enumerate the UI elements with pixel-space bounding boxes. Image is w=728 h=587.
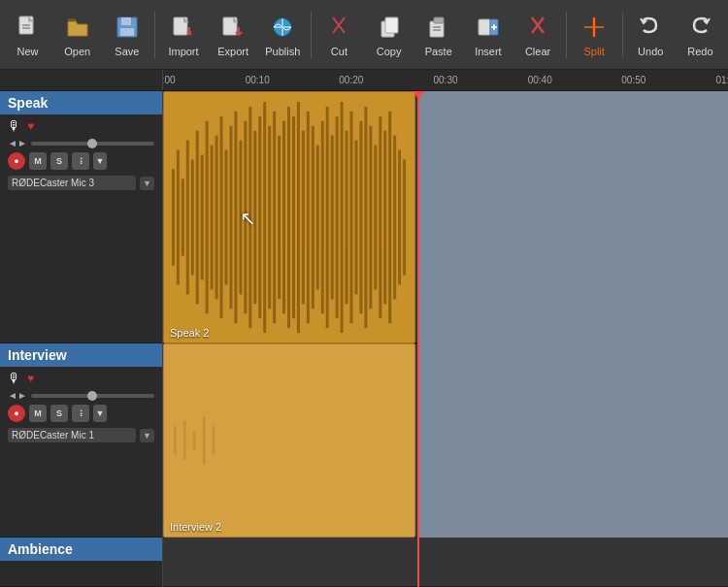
mute-button-speak[interactable]: M [29,152,47,170]
svg-rect-79 [203,416,206,465]
clear-label: Clear [525,46,550,57]
eq-button-interview[interactable]: ⫶ [72,405,89,422]
separator-2 [311,12,312,58]
clip-interview[interactable]: Interview 2 [163,343,415,538]
volume-slider-speak[interactable] [31,142,154,146]
dropdown-interview[interactable]: ▼ [93,405,107,422]
paste-button[interactable]: Paste [414,4,462,66]
cut-label: Cut [331,46,347,57]
svg-rect-30 [191,159,194,275]
export-label: Export [217,46,248,57]
svg-rect-59 [331,136,334,300]
svg-rect-43 [253,131,256,305]
timeline-track-speak[interactable]: ↖ Speak 2 [163,91,728,343]
svg-rect-44 [258,116,261,318]
svg-rect-45 [263,102,266,333]
svg-rect-80 [213,426,215,455]
clip-speak[interactable]: ↖ Speak 2 [163,91,415,343]
time-ruler: 00:00 00:10 00:20 00:30 00:40 00:50 01:0… [163,70,728,90]
track-label-interview: Interview 🎙 ♥ ◄► ● M S ⫶ ▼ [0,343,162,538]
clip-label-speak: Speak 2 [170,327,209,339]
svg-rect-64 [354,141,357,295]
import-button[interactable]: Import [159,4,207,66]
time-mark-4: 00:40 [528,75,552,85]
time-mark-1: 00:10 [246,75,270,85]
svg-rect-29 [186,141,189,295]
heart-icon-interview: ♥ [27,372,34,385]
svg-rect-53 [302,131,305,305]
undo-button[interactable]: Undo [627,4,675,66]
svg-rect-75 [164,344,414,537]
svg-rect-70 [383,131,386,305]
svg-rect-39 [234,112,237,323]
mic-icon-interview: 🎙 [8,371,21,386]
svg-rect-76 [174,426,177,455]
vol-arrows-interview: ◄► [8,390,27,401]
svg-rect-49 [282,121,285,313]
cut-button[interactable]: Cut [315,4,363,66]
export-button[interactable]: Export [210,4,257,66]
open-button[interactable]: Open [53,4,101,66]
new-label: New [17,46,39,57]
device-name-speak: RØDECaster Mic 3 [8,176,136,190]
svg-rect-74 [403,159,406,275]
waveform-speak [164,92,414,342]
volume-slider-interview[interactable] [31,394,154,398]
svg-rect-5 [120,28,134,36]
timeline-empty-interview-right [417,343,728,538]
save-label: Save [115,46,139,57]
svg-rect-78 [193,431,196,450]
svg-rect-26 [172,169,175,265]
interview-track-controls: 🎙 ♥ ◄► ● M S ⫶ ▼ RØDECaster Mi [0,367,162,446]
insert-button[interactable]: Insert [464,4,512,66]
svg-rect-19 [479,19,490,35]
save-button[interactable]: Save [103,4,150,66]
dropdown-speak[interactable]: ▼ [93,152,107,170]
svg-rect-47 [273,112,276,323]
track-label-speak: Speak 🎙 ♥ ◄► ● M S ⫶ ▼ [0,91,162,343]
svg-rect-46 [268,126,271,310]
copy-label: Copy [377,46,402,57]
copy-button[interactable]: Copy [365,4,413,66]
device-arrow-interview[interactable]: ▼ [140,429,154,442]
timeline-content: ↖ Speak 2 [163,91,728,587]
svg-rect-35 [215,136,218,300]
timeline-header: 00:00 00:10 00:20 00:30 00:40 00:50 01:0… [0,70,728,91]
new-button[interactable]: New [4,4,51,66]
timeline-track-interview[interactable]: Interview 2 [163,343,728,538]
svg-rect-33 [206,121,209,313]
svg-rect-56 [316,146,319,290]
speak-track-controls: 🎙 ♥ ◄► ● M S ⫶ ▼ RØDECaster Mi [0,114,162,194]
redo-button[interactable]: Redo [677,4,724,66]
rec-button-speak[interactable]: ● [8,152,25,170]
svg-rect-16 [434,17,444,23]
publish-button[interactable]: Publish [259,4,307,66]
svg-rect-28 [182,179,184,255]
clip-label-interview: Interview 2 [170,521,221,533]
split-label: Split [583,46,604,57]
svg-rect-62 [346,131,348,305]
svg-rect-38 [229,126,232,310]
svg-rect-72 [393,136,396,300]
device-arrow-speak[interactable]: ▼ [140,177,154,190]
svg-rect-31 [196,131,199,305]
rec-button-interview[interactable]: ● [8,405,25,422]
solo-button-speak[interactable]: S [50,152,68,170]
svg-rect-67 [369,126,372,310]
redo-label: Redo [687,46,712,57]
timeline-track-ambience[interactable] [163,538,728,587]
eq-button-speak[interactable]: ⫶ [72,152,89,170]
svg-rect-51 [292,116,295,318]
svg-rect-65 [359,121,362,313]
solo-button-interview[interactable]: S [50,405,68,422]
toolbar: New Open Save [0,0,728,70]
track-label-ambience: Ambience [0,538,162,587]
separator-3 [566,12,567,58]
svg-rect-60 [336,116,339,318]
clear-button[interactable]: Clear [513,4,561,66]
svg-rect-63 [350,112,353,323]
split-button[interactable]: Split [571,4,618,66]
mic-icon-speak: 🎙 [8,118,21,134]
mute-button-interview[interactable]: M [29,405,47,422]
svg-rect-66 [364,107,367,328]
